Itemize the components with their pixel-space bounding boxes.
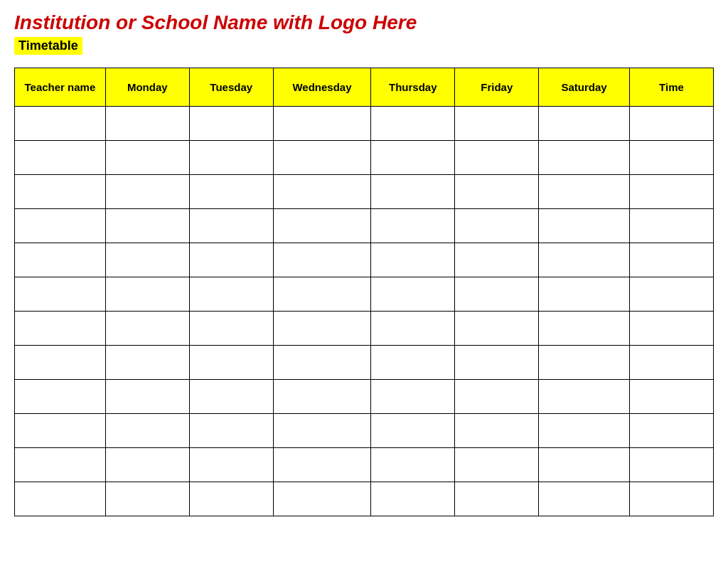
table-row[interactable] <box>15 346 714 380</box>
table-cell[interactable] <box>105 346 189 380</box>
table-cell[interactable] <box>273 277 371 312</box>
table-cell[interactable] <box>455 482 539 516</box>
table-cell[interactable] <box>273 414 371 448</box>
table-cell[interactable] <box>189 209 273 243</box>
table-row[interactable] <box>15 312 714 346</box>
table-row[interactable] <box>15 482 714 516</box>
table-cell[interactable] <box>371 414 455 448</box>
table-cell[interactable] <box>105 448 189 482</box>
table-row[interactable] <box>15 414 714 448</box>
table-row[interactable] <box>15 141 714 175</box>
table-cell[interactable] <box>189 346 273 380</box>
table-cell[interactable] <box>273 107 371 141</box>
table-cell[interactable] <box>15 107 106 141</box>
table-cell[interactable] <box>455 346 539 380</box>
table-cell[interactable] <box>105 107 189 141</box>
table-cell[interactable] <box>15 175 106 209</box>
table-cell[interactable] <box>455 380 539 414</box>
table-cell[interactable] <box>273 141 371 175</box>
table-cell[interactable] <box>273 243 371 277</box>
table-cell[interactable] <box>539 107 630 141</box>
table-cell[interactable] <box>105 141 189 175</box>
table-cell[interactable] <box>15 380 106 414</box>
table-cell[interactable] <box>189 414 273 448</box>
table-cell[interactable] <box>15 312 106 346</box>
table-cell[interactable] <box>539 243 630 277</box>
table-cell[interactable] <box>455 448 539 482</box>
table-cell[interactable] <box>189 277 273 312</box>
table-cell[interactable] <box>189 312 273 346</box>
table-cell[interactable] <box>189 448 273 482</box>
table-cell[interactable] <box>15 414 106 448</box>
table-cell[interactable] <box>105 175 189 209</box>
table-cell[interactable] <box>273 448 371 482</box>
table-cell[interactable] <box>371 175 455 209</box>
table-cell[interactable] <box>371 277 455 312</box>
table-cell[interactable] <box>629 243 713 277</box>
table-cell[interactable] <box>371 380 455 414</box>
table-cell[interactable] <box>105 414 189 448</box>
table-cell[interactable] <box>539 482 630 516</box>
table-cell[interactable] <box>189 482 273 516</box>
table-cell[interactable] <box>371 312 455 346</box>
table-cell[interactable] <box>629 141 713 175</box>
table-cell[interactable] <box>539 209 630 243</box>
table-cell[interactable] <box>539 141 630 175</box>
table-cell[interactable] <box>273 209 371 243</box>
table-cell[interactable] <box>273 312 371 346</box>
table-cell[interactable] <box>539 414 630 448</box>
table-cell[interactable] <box>15 243 106 277</box>
table-cell[interactable] <box>105 312 189 346</box>
table-row[interactable] <box>15 380 714 414</box>
table-cell[interactable] <box>189 141 273 175</box>
table-cell[interactable] <box>455 414 539 448</box>
table-cell[interactable] <box>629 380 713 414</box>
table-cell[interactable] <box>455 209 539 243</box>
table-cell[interactable] <box>15 141 106 175</box>
table-row[interactable] <box>15 209 714 243</box>
table-cell[interactable] <box>15 346 106 380</box>
table-cell[interactable] <box>189 107 273 141</box>
table-cell[interactable] <box>629 107 713 141</box>
table-cell[interactable] <box>539 312 630 346</box>
table-cell[interactable] <box>539 346 630 380</box>
table-cell[interactable] <box>455 277 539 312</box>
table-cell[interactable] <box>629 209 713 243</box>
table-cell[interactable] <box>371 482 455 516</box>
table-cell[interactable] <box>539 380 630 414</box>
table-cell[interactable] <box>455 312 539 346</box>
table-cell[interactable] <box>15 277 106 312</box>
table-cell[interactable] <box>15 448 106 482</box>
table-row[interactable] <box>15 107 714 141</box>
table-cell[interactable] <box>105 380 189 414</box>
table-row[interactable] <box>15 448 714 482</box>
table-cell[interactable] <box>455 243 539 277</box>
table-cell[interactable] <box>189 175 273 209</box>
table-cell[interactable] <box>371 243 455 277</box>
table-cell[interactable] <box>629 414 713 448</box>
table-cell[interactable] <box>105 243 189 277</box>
table-cell[interactable] <box>105 277 189 312</box>
table-cell[interactable] <box>455 141 539 175</box>
table-cell[interactable] <box>455 175 539 209</box>
table-cell[interactable] <box>371 141 455 175</box>
table-cell[interactable] <box>629 312 713 346</box>
table-cell[interactable] <box>629 482 713 516</box>
table-cell[interactable] <box>15 482 106 516</box>
table-row[interactable] <box>15 277 714 312</box>
table-cell[interactable] <box>273 346 371 380</box>
table-cell[interactable] <box>455 107 539 141</box>
table-cell[interactable] <box>371 346 455 380</box>
table-cell[interactable] <box>371 107 455 141</box>
table-cell[interactable] <box>629 175 713 209</box>
table-row[interactable] <box>15 243 714 277</box>
table-cell[interactable] <box>629 346 713 380</box>
table-cell[interactable] <box>189 380 273 414</box>
table-cell[interactable] <box>189 243 273 277</box>
table-cell[interactable] <box>371 209 455 243</box>
table-cell[interactable] <box>539 448 630 482</box>
table-cell[interactable] <box>105 209 189 243</box>
table-cell[interactable] <box>273 380 371 414</box>
table-cell[interactable] <box>105 482 189 516</box>
table-cell[interactable] <box>15 209 106 243</box>
